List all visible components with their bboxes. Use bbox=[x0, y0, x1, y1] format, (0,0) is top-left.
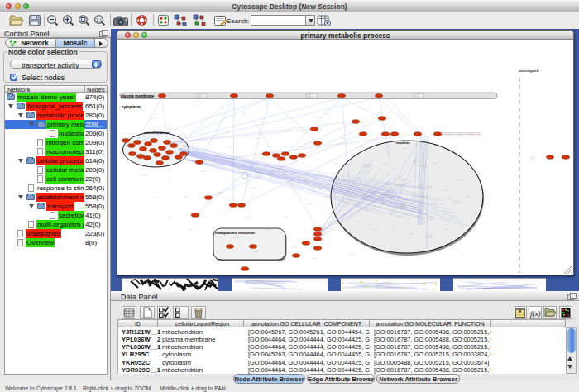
svg-text:[xxxx]: [xxxx] bbox=[308, 203, 313, 206]
svg-text:[xx]: [xx] bbox=[386, 184, 390, 186]
svg-text:[xx]: [xx] bbox=[419, 173, 422, 175]
svg-text:[xxxx]: [xxxx] bbox=[366, 121, 371, 123]
svg-text:[xxxx]: [xxxx] bbox=[250, 187, 255, 189]
svg-text:[xx]: [xx] bbox=[447, 198, 451, 200]
svg-text:[xxxx]: [xxxx] bbox=[155, 197, 160, 199]
svg-text:[xxxx]: [xxxx] bbox=[457, 179, 462, 181]
svg-text:[xxxx]: [xxxx] bbox=[357, 220, 362, 222]
svg-text:[xx]: [xx] bbox=[393, 229, 396, 232]
svg-text:[xx]: [xx] bbox=[409, 232, 413, 235]
svg-text:Search:: Search: bbox=[227, 17, 250, 25]
svg-text:[xxxx]: [xxxx] bbox=[283, 216, 288, 218]
svg-text:[xxxx]: [xxxx] bbox=[246, 216, 251, 218]
svg-text:[xxxx]: [xxxx] bbox=[374, 228, 379, 231]
svg-text:cytoplasm: cytoplasm bbox=[122, 105, 141, 109]
svg-text:[xx]: [xx] bbox=[422, 204, 425, 207]
svg-text:[xx]: [xx] bbox=[428, 185, 431, 188]
svg-text:[xxxx]: [xxxx] bbox=[312, 257, 317, 260]
svg-text:[xxxx]: [xxxx] bbox=[333, 228, 337, 231]
svg-text:[xxxx]: [xxxx] bbox=[452, 245, 457, 247]
svg-text:[xxxx]: [xxxx] bbox=[258, 121, 263, 123]
svg-text:[xxxx]: [xxxx] bbox=[382, 162, 387, 165]
svg-text:[xxxx]: [xxxx] bbox=[254, 137, 259, 140]
svg-text:[xx]: [xx] bbox=[403, 213, 406, 215]
svg-text:[xxxx]: [xxxx] bbox=[233, 237, 238, 239]
svg-text:[xxxx]: [xxxx] bbox=[200, 170, 205, 173]
svg-text:[xxxx]: [xxxx] bbox=[167, 216, 172, 218]
svg-text:[xx]: [xx] bbox=[442, 231, 445, 233]
svg-text:[xxxx]: [xxxx] bbox=[432, 162, 437, 165]
svg-text:[xxxx]: [xxxx] bbox=[324, 195, 329, 198]
svg-text:[xxxx]: [xxxx] bbox=[167, 127, 172, 130]
svg-text:[xxxx]: [xxxx] bbox=[151, 117, 156, 119]
svg-text:[xx]: [xx] bbox=[369, 223, 372, 226]
svg-text:[xxxx]: [xxxx] bbox=[167, 183, 172, 185]
svg-text:[xx]: [xx] bbox=[418, 165, 421, 167]
svg-text:[xxxx]: [xxxx] bbox=[444, 228, 449, 231]
svg-text:[xxxx]: [xxxx] bbox=[345, 203, 350, 206]
svg-text:[xxxx]: [xxxx] bbox=[465, 195, 470, 198]
svg-text:[xxxx]: [xxxx] bbox=[390, 212, 395, 214]
svg-text:[xxxx]: [xxxx] bbox=[341, 137, 346, 140]
svg-text:[xxxx]: [xxxx] bbox=[349, 253, 354, 256]
svg-text:[xxxx]: [xxxx] bbox=[217, 191, 222, 194]
svg-text:[xx]: [xx] bbox=[443, 189, 447, 191]
svg-text:[xxxx]: [xxxx] bbox=[299, 146, 304, 148]
svg-text:[xx]: [xx] bbox=[405, 198, 409, 201]
svg-text:[xx]: [xx] bbox=[383, 191, 386, 194]
svg-text:[xxxx]: [xxxx] bbox=[221, 212, 226, 214]
svg-text:f(x): f(x) bbox=[530, 309, 541, 318]
svg-text:[...]: [...] bbox=[415, 94, 419, 98]
svg-text:[xxxx]: [xxxx] bbox=[291, 246, 296, 249]
svg-text:plasma membrane: plasma membrane bbox=[121, 94, 155, 98]
svg-text:[xxxx]: [xxxx] bbox=[184, 195, 189, 198]
svg-text:[xxxx]: [xxxx] bbox=[304, 180, 309, 183]
svg-text:[xx]: [xx] bbox=[393, 168, 396, 170]
svg-text:[xxxx]: [xxxx] bbox=[266, 228, 271, 231]
svg-text:[xxxx]: [xxxx] bbox=[196, 100, 201, 103]
svg-text:[xxxx]: [xxxx] bbox=[423, 220, 428, 222]
svg-text:[...]: [...] bbox=[308, 94, 311, 98]
svg-text:[xxxx]: [xxxx] bbox=[188, 228, 193, 231]
svg-text:[xxxx]: [xxxx] bbox=[316, 117, 321, 119]
svg-text:[xxxx]: [xxxx] bbox=[473, 212, 478, 214]
svg-text:mitochondrion: mitochondrion bbox=[144, 131, 170, 135]
svg-text:[xxxx]: [xxxx] bbox=[407, 237, 412, 239]
svg-text:[xxxx]: [xxxx] bbox=[440, 203, 445, 206]
svg-text:[xxxx]: [xxxx] bbox=[229, 146, 234, 148]
svg-text:[xxxx]: [xxxx] bbox=[333, 162, 337, 165]
svg-text:1:1: 1:1 bbox=[96, 17, 102, 22]
svg-text:unassigned: unassigned bbox=[519, 69, 539, 73]
svg-text:[xx]: [xx] bbox=[414, 206, 418, 208]
svg-text:[xxxx]: [xxxx] bbox=[142, 174, 147, 177]
svg-text:[xxxx]: [xxxx] bbox=[366, 245, 371, 247]
svg-text:[...]: [...] bbox=[198, 94, 201, 98]
svg-text:endoplasmic reticulum: endoplasmic reticulum bbox=[215, 231, 255, 235]
svg-text:[...]: [...] bbox=[531, 156, 534, 160]
svg-text:[xxxx]: [xxxx] bbox=[242, 112, 246, 115]
svg-text:[xxxx]: [xxxx] bbox=[395, 249, 400, 251]
svg-text:[xxxx]: [xxxx] bbox=[225, 131, 230, 133]
svg-text:[xxxx]: [xxxx] bbox=[415, 195, 420, 198]
svg-text:[xxxx]: [xxxx] bbox=[403, 147, 408, 150]
svg-text:[xxxx]: [xxxx] bbox=[283, 170, 288, 173]
svg-text:[xxxx]: [xxxx] bbox=[415, 249, 420, 251]
svg-text:[xxxx]: [xxxx] bbox=[328, 212, 333, 214]
svg-text:nucleus: nucleus bbox=[396, 141, 410, 145]
svg-text:[xxxx]: [xxxx] bbox=[399, 179, 404, 181]
svg-text:[xxxx]: [xxxx] bbox=[324, 112, 329, 115]
svg-text:[xxxx]: [xxxx] bbox=[254, 251, 259, 253]
svg-text:[xxxx]: [xxxx] bbox=[366, 147, 371, 150]
svg-text:[xxxx]: [xxxx] bbox=[287, 129, 292, 131]
